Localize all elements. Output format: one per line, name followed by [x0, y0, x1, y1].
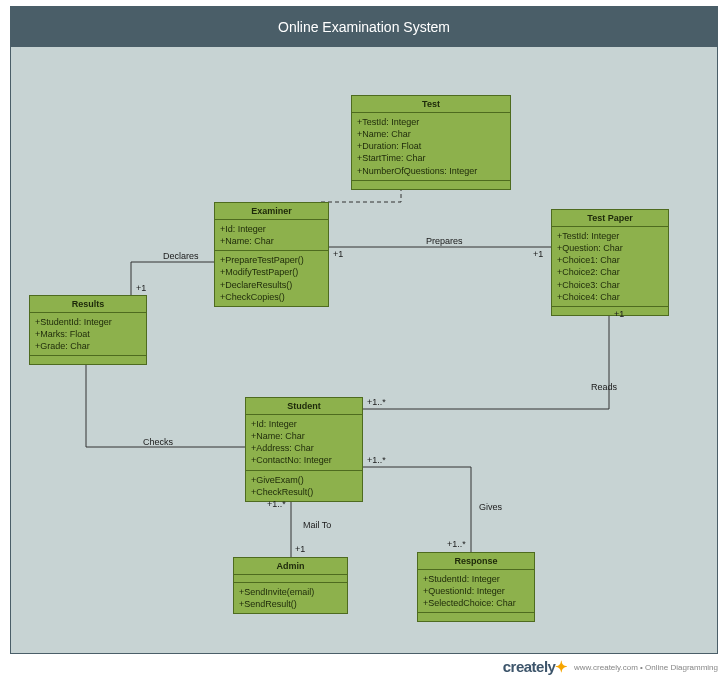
class-results-attrs: +StudentId: Integer +Marks: Float +Grade… [30, 313, 146, 356]
class-examiner-ops: +PrepareTestPaper() +ModifyTestPaper() +… [215, 251, 328, 306]
diagram-canvas: Test +TestId: Integer +Name: Char +Durat… [11, 47, 717, 653]
class-test-title: Test [352, 96, 510, 113]
class-student-ops: +GiveExam() +CheckResult() [246, 471, 362, 501]
edge-declares-m1: +1 [136, 283, 146, 293]
class-response-title: Response [418, 553, 534, 570]
edge-mailto-m2: +1 [295, 544, 305, 554]
class-examiner-attrs: +Id: Integer +Name: Char [215, 220, 328, 251]
edge-gives-m2: +1..* [447, 539, 466, 549]
class-results: Results +StudentId: Integer +Marks: Floa… [29, 295, 147, 365]
class-student-title: Student [246, 398, 362, 415]
class-response-ops [418, 613, 534, 621]
class-testpaper-attrs: +TestId: Integer +Question: Char +Choice… [552, 227, 668, 307]
edge-declares-label: Declares [163, 251, 199, 261]
class-response-attrs: +StudentId: Integer +QuestionId: Integer… [418, 570, 534, 613]
edge-checks-label: Checks [143, 437, 173, 447]
class-admin-attrs [234, 575, 347, 583]
class-examiner: Examiner +Id: Integer +Name: Char +Prepa… [214, 202, 329, 307]
footer: creately✦ www.creately.com • Online Diag… [503, 658, 718, 676]
class-results-title: Results [30, 296, 146, 313]
edge-prepares-m2: +1 [533, 249, 543, 259]
edge-mailto-label: Mail To [303, 520, 331, 530]
class-results-ops [30, 356, 146, 364]
class-student-attrs: +Id: Integer +Name: Char +Address: Char … [246, 415, 362, 471]
class-admin: Admin +SendInvite(email) +SendResult() [233, 557, 348, 614]
class-admin-ops: +SendInvite(email) +SendResult() [234, 583, 347, 613]
class-student: Student +Id: Integer +Name: Char +Addres… [245, 397, 363, 502]
page-title: Online Examination System [11, 7, 717, 47]
edge-reads-label: Reads [591, 382, 617, 392]
edge-prepares-m1: +1 [333, 249, 343, 259]
class-testpaper-title: Test Paper [552, 210, 668, 227]
title-text: Online Examination System [278, 19, 450, 35]
class-test-attrs: +TestId: Integer +Name: Char +Duration: … [352, 113, 510, 181]
bulb-icon: ✦ [555, 658, 568, 675]
edge-mailto-m1: +1..* [267, 499, 286, 509]
class-admin-title: Admin [234, 558, 347, 575]
edge-reads-m2: +1 [614, 309, 624, 319]
edge-gives-m1: +1..* [367, 455, 386, 465]
diagram-frame: Online Examination System Test +TestId: … [10, 6, 718, 654]
class-test-ops [352, 181, 510, 189]
class-testpaper: Test Paper +TestId: Integer +Question: C… [551, 209, 669, 316]
brand-logo: creately✦ [503, 658, 568, 676]
class-response: Response +StudentId: Integer +QuestionId… [417, 552, 535, 622]
class-testpaper-ops [552, 307, 668, 315]
class-test: Test +TestId: Integer +Name: Char +Durat… [351, 95, 511, 190]
edge-prepares-label: Prepares [426, 236, 463, 246]
edge-gives-label: Gives [479, 502, 502, 512]
edge-reads-m1: +1..* [367, 397, 386, 407]
footer-tag: www.creately.com • Online Diagramming [574, 663, 718, 672]
class-examiner-title: Examiner [215, 203, 328, 220]
